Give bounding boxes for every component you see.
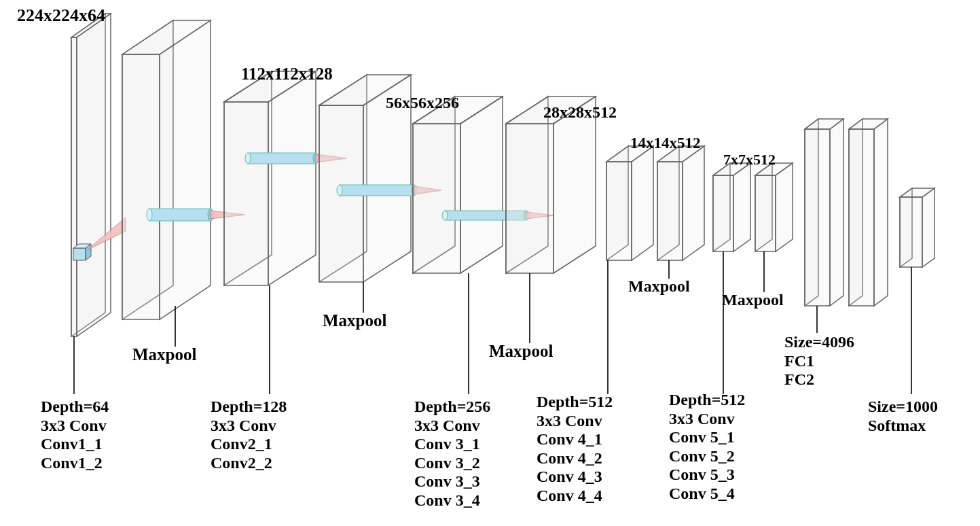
softmax <box>900 188 934 267</box>
cylinder2 <box>245 153 319 164</box>
svg-point-4 <box>245 153 251 164</box>
block2-desc: Depth=128 3x3 Conv Conv2_1 Conv2_2 <box>211 398 287 472</box>
svg-rect-6 <box>340 185 414 196</box>
svg-point-1 <box>147 209 152 221</box>
block3-slab2 <box>506 97 596 273</box>
fc-desc: Size=4096 FC1 FC2 <box>784 333 854 389</box>
maxpool3: Maxpool <box>489 342 553 362</box>
dim-block6: 7x7x512 <box>723 151 776 168</box>
block1-slab1 <box>71 14 111 336</box>
maxpool2: Maxpool <box>323 311 386 331</box>
dim-block1: 224x224x64 <box>17 5 105 26</box>
svg-rect-0 <box>149 209 211 221</box>
dim-block2: 112x112x128 <box>241 65 333 84</box>
block3-desc: Depth=256 3x3 Conv Conv 3_1 Conv 3_2 Con… <box>414 398 490 510</box>
block1-slab2 <box>122 20 211 319</box>
fc2 <box>849 119 888 306</box>
svg-point-7 <box>337 185 342 196</box>
svg-point-10 <box>442 211 448 220</box>
block3-slab1 <box>413 97 503 273</box>
dim-block3: 56x56x256 <box>386 94 459 113</box>
dim-block5: 14x14x512 <box>630 135 701 152</box>
maxpool4: Maxpool <box>628 277 690 296</box>
maxpool5: Maxpool <box>722 291 784 310</box>
maxpool1: Maxpool <box>132 345 196 365</box>
block2-slab1 <box>224 71 316 285</box>
dim-block4: 28x28x512 <box>543 103 617 122</box>
softmax-desc: Size=1000 Softmax <box>868 398 938 435</box>
block5-slab2 <box>755 163 793 251</box>
block4-slab2 <box>657 146 704 260</box>
block1-desc: Depth=64 3x3 Conv Conv1_1 Conv1_2 <box>41 398 109 472</box>
block5-slab1 <box>713 163 750 251</box>
fc1 <box>805 119 843 306</box>
block4-slab1 <box>606 146 653 260</box>
cylinder1 <box>147 209 213 221</box>
svg-rect-3 <box>248 153 316 164</box>
block4-desc: Depth=512 3x3 Conv Conv 4_1 Conv 4_2 Con… <box>537 393 613 506</box>
block5-desc: Depth=512 3x3 Conv Conv 5_1 Conv 5_2 Con… <box>669 391 745 504</box>
cylinder3 <box>337 185 417 196</box>
